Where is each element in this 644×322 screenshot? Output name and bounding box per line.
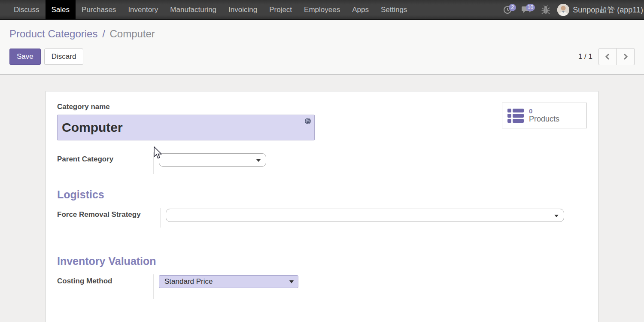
activities-clock-icon[interactable]: 2	[501, 3, 515, 16]
category-name-label: Category name	[57, 103, 315, 111]
nav-item-discuss[interactable]: Discuss	[8, 0, 46, 19]
pager-previous-button[interactable]	[598, 48, 617, 65]
debug-bug-icon[interactable]	[538, 3, 553, 16]
nav-item-manufacturing[interactable]: Manufacturing	[164, 0, 222, 19]
category-name-input[interactable]	[57, 115, 315, 140]
nav-item-settings[interactable]: Settings	[375, 0, 413, 19]
dropdown-arrow-icon	[256, 159, 261, 162]
nav-item-project[interactable]: Project	[263, 0, 298, 19]
breadcrumb-current: Computer	[109, 28, 155, 39]
nav-item-purchases[interactable]: Purchases	[76, 0, 122, 19]
nav-item-inventory[interactable]: Inventory	[122, 0, 164, 19]
app-menu: Discuss Sales Purchases Inventory Manufa…	[0, 0, 413, 19]
breadcrumb: Product Categories / Computer	[9, 27, 635, 40]
form-sheet: Category name 0 Products	[46, 91, 598, 322]
message-count-badge: 10	[526, 4, 535, 11]
inventory-valuation-section-title: Inventory Valuation	[57, 255, 587, 267]
user-name-label: Sunpop超管 (app11)	[573, 5, 643, 15]
products-stat-button[interactable]: 0 Products	[502, 103, 587, 128]
pager-value: 1 / 1	[578, 52, 592, 61]
products-label: Products	[529, 115, 559, 124]
nav-item-sales[interactable]: Sales	[46, 0, 76, 19]
dropdown-arrow-icon	[554, 215, 559, 217]
chevron-left-icon	[605, 53, 611, 60]
logistics-section-title: Logistics	[57, 188, 587, 201]
content-area: Category name 0 Products	[0, 75, 644, 322]
translate-globe-icon[interactable]	[304, 118, 311, 125]
costing-method-select[interactable]: Standard Price	[159, 275, 298, 288]
breadcrumb-separator: /	[100, 28, 107, 39]
force-removal-strategy-label: Force Removal Strategy	[57, 210, 160, 219]
control-panel: Product Categories / Computer Save Disca…	[0, 20, 644, 75]
bug-icon	[541, 5, 550, 15]
list-icon	[507, 109, 524, 123]
user-avatar	[557, 4, 569, 16]
top-navbar: Discuss Sales Purchases Inventory Manufa…	[0, 0, 644, 20]
activity-count-badge: 2	[509, 4, 516, 11]
nav-item-invoicing[interactable]: Invoicing	[222, 0, 263, 19]
nav-item-apps[interactable]: Apps	[346, 0, 375, 19]
messages-bubble-icon[interactable]: 10	[519, 3, 534, 16]
chevron-right-icon	[623, 53, 629, 60]
select-arrow-icon	[289, 280, 294, 283]
costing-method-value: Standard Price	[164, 277, 213, 286]
parent-category-label: Parent Category	[57, 155, 153, 164]
force-removal-strategy-select[interactable]	[166, 209, 564, 222]
save-button[interactable]: Save	[9, 49, 41, 65]
discard-button[interactable]: Discard	[44, 49, 84, 65]
pager-next-button[interactable]	[617, 48, 635, 65]
pager: 1 / 1	[578, 48, 635, 65]
nav-item-employees[interactable]: Employees	[298, 0, 346, 19]
user-menu[interactable]: Sunpop超管 (app11)	[557, 4, 644, 16]
breadcrumb-parent-link[interactable]: Product Categories	[9, 28, 97, 39]
parent-category-select[interactable]	[159, 153, 266, 167]
costing-method-label: Costing Method	[57, 277, 153, 286]
products-count: 0	[529, 107, 559, 115]
